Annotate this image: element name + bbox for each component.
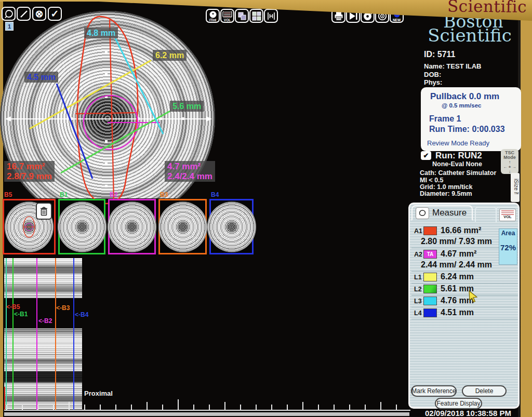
l3-length-label: 4.8 mm bbox=[84, 28, 118, 38]
caliper-icon bbox=[266, 11, 276, 21]
measure-row-l1[interactable]: L1 6.24 mm bbox=[411, 272, 518, 283]
tab-measure[interactable]: Measure bbox=[411, 205, 473, 221]
patient-phys: Phys: bbox=[424, 78, 442, 86]
bookmark-line-b2[interactable] bbox=[36, 258, 37, 410]
dual-view-button[interactable] bbox=[235, 9, 249, 23]
run-title[interactable]: Run: RUN2 bbox=[435, 151, 482, 161]
bookmark-line-b5[interactable] bbox=[4, 387, 5, 410]
pullback-rate: @ 0.5 mm/sec bbox=[442, 102, 481, 109]
datetime-status: 02/09/2018 10:38:58 PM bbox=[425, 409, 511, 417]
area-trace-tool-button[interactable] bbox=[2, 7, 16, 21]
ruler-tick bbox=[380, 402, 381, 410]
lasso-icon bbox=[4, 9, 14, 19]
arrow-left-right-icon: ← + → bbox=[501, 165, 518, 169]
catheter-info: Cath: Catheter Simulator bbox=[420, 169, 496, 177]
itint-disc-icon bbox=[208, 11, 218, 18]
trash-icon bbox=[39, 206, 48, 216]
patient-dob: DOB: bbox=[424, 71, 441, 78]
bookmark-marker-b2: <-B2 bbox=[38, 317, 52, 325]
new-label: NEW bbox=[391, 18, 403, 22]
patient-name: Name: TEST ILAB bbox=[424, 62, 482, 70]
ruler-tick bbox=[131, 405, 132, 410]
mark-reference-button[interactable]: Mark Reference bbox=[411, 385, 457, 397]
row-label: L1 bbox=[414, 274, 422, 281]
current-frame-line[interactable] bbox=[6, 258, 7, 410]
longitudinal-view-upper[interactable] bbox=[4, 258, 82, 298]
mi-info: MI < 0.5 bbox=[420, 177, 444, 184]
itint-button[interactable]: iTint bbox=[206, 9, 220, 23]
ruler-tick bbox=[37, 405, 38, 410]
lasso-icon bbox=[416, 207, 429, 219]
thumbnail-image bbox=[108, 201, 156, 252]
area-label: Area bbox=[499, 230, 517, 237]
ruler-tick bbox=[334, 405, 335, 410]
bookmark-thumbnail-b5[interactable] bbox=[3, 199, 56, 254]
row-label: A2 bbox=[414, 251, 422, 258]
arrow-up-icon: ↑ bbox=[501, 160, 518, 165]
diameter-info: Diameter: 9.5mm bbox=[420, 190, 472, 197]
delete-measurement-button[interactable]: ⊗ bbox=[32, 7, 46, 21]
vol-tab-label: VOL bbox=[500, 215, 515, 219]
bookmark-line-b4[interactable] bbox=[73, 258, 74, 410]
feature-display-button[interactable]: Feature Display bbox=[435, 398, 482, 409]
bookmark-label-b1: B1 bbox=[60, 191, 68, 198]
measure-row-l2[interactable]: L2 5.61 mm bbox=[411, 284, 518, 295]
row-label: A1 bbox=[414, 227, 422, 235]
bookmark-marker-b4: <-B4 bbox=[75, 311, 88, 318]
status-card: Pullback 0.0 mm @ 0.5 mm/sec Frame 1 Run… bbox=[421, 87, 521, 151]
ruler-tick bbox=[318, 405, 319, 410]
bookmark-line-b1[interactable] bbox=[12, 258, 14, 410]
bookmark-line-b3[interactable] bbox=[55, 258, 56, 410]
run-eval: None-Eval None bbox=[432, 160, 482, 168]
longitudinal-view-lower[interactable] bbox=[4, 328, 82, 409]
bookmark-thumbnail-b1[interactable] bbox=[58, 199, 105, 254]
run-select-checkbox[interactable]: ✔ bbox=[421, 151, 431, 160]
ruler-tick bbox=[256, 405, 257, 410]
bookmark-thumbnail-b4[interactable] bbox=[209, 199, 254, 254]
proximal-label: Proximal bbox=[84, 389, 113, 397]
delete-button[interactable]: Delete bbox=[462, 385, 507, 397]
accept-button[interactable]: ✓ bbox=[48, 7, 62, 21]
row-label: L3 bbox=[414, 298, 422, 305]
check-icon: ✔ bbox=[423, 152, 429, 159]
ruler-tick bbox=[271, 405, 272, 410]
l4-length-label: 4.5 mm bbox=[24, 72, 58, 83]
delete-bookmark-button[interactable] bbox=[36, 203, 52, 220]
a2-area-value: 4.7 mm² bbox=[167, 162, 212, 171]
ruler-tick bbox=[69, 402, 70, 410]
ruler-tick bbox=[224, 402, 225, 410]
bookmark-marker-b5: <-B5 bbox=[6, 303, 20, 311]
thumbnail-image bbox=[58, 201, 107, 252]
l1-length-label: 6.2 mm bbox=[153, 50, 187, 61]
tsc-mode-button[interactable]: TSC Mode ↑ ← + → ↓ bbox=[501, 149, 518, 174]
volume-lines-icon bbox=[222, 11, 232, 18]
row-dims: 2.44 mm/ 2.44 mm bbox=[421, 260, 492, 270]
quad-view-button[interactable] bbox=[249, 9, 263, 23]
measure-row-l4[interactable]: L4 4.51 mm bbox=[411, 308, 518, 319]
circle-x-icon: ⊗ bbox=[35, 9, 44, 19]
ruler-tick bbox=[147, 402, 148, 410]
ruler-tick bbox=[365, 405, 366, 410]
isize-tab[interactable]: iSize™ bbox=[511, 173, 520, 202]
distance-tool-button[interactable] bbox=[17, 7, 31, 21]
bookmark-thumbnail-b2[interactable] bbox=[108, 199, 156, 254]
row-value: 6.24 mm bbox=[441, 272, 474, 281]
row-value: 4.67 mm² bbox=[441, 249, 476, 259]
patient-id: ID: 5711 bbox=[424, 50, 455, 59]
grid-info: Grid: 1.0 mm/tick bbox=[420, 183, 472, 191]
volume-view-button[interactable]: VOL bbox=[220, 9, 234, 23]
area-percentage-box: Area 72% bbox=[499, 228, 517, 265]
area-value: 72% bbox=[499, 243, 517, 252]
tab-blank[interactable] bbox=[475, 207, 497, 222]
bookmark-thumbnail-b3[interactable] bbox=[158, 199, 207, 254]
measure-row-l3[interactable]: L3 4.76 mm bbox=[411, 296, 518, 307]
a2-color-swatch: TA bbox=[423, 250, 437, 259]
logo-line2: Scientific bbox=[419, 27, 521, 44]
bookmark-caliper-button[interactable] bbox=[264, 9, 278, 23]
tab-volume[interactable]: VOL bbox=[496, 207, 520, 222]
bookmark-label-b5: B5 bbox=[4, 191, 12, 198]
tsc-label-2: Mode bbox=[501, 155, 518, 160]
bookmark-label-b2: B2 bbox=[110, 191, 117, 198]
line-icon bbox=[19, 9, 29, 19]
ruler-tick bbox=[209, 405, 210, 410]
